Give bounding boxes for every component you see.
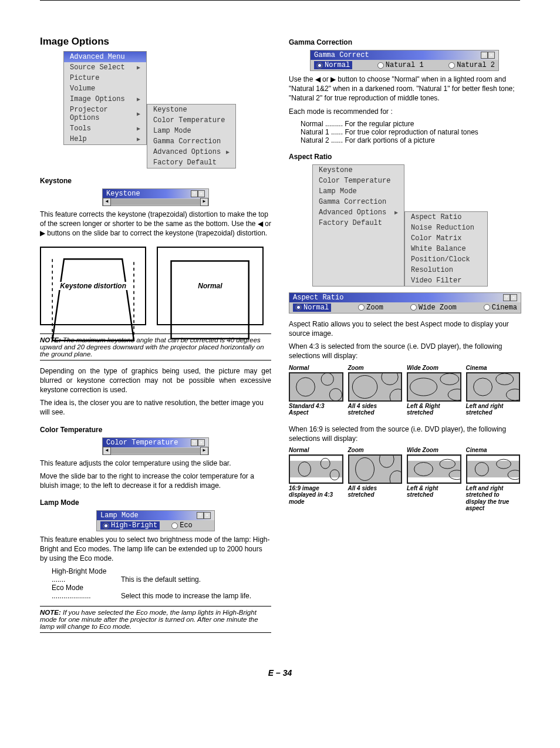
svg-rect-23 [408, 477, 460, 482]
menu-item[interactable]: Color Matrix [405, 233, 487, 244]
titlebar-buttons[interactable]: ?× [191, 190, 205, 197]
menu-item[interactable]: Keystone [313, 165, 404, 176]
svg-rect-28 [467, 477, 519, 482]
menu-item[interactable]: Projector Options▶ [64, 105, 146, 123]
titlebar-buttons[interactable]: ?× [481, 52, 495, 59]
radio-natural1[interactable]: Natural 1 [377, 61, 424, 69]
menu-item[interactable]: Noise Reduction [405, 223, 487, 233]
svg-point-3 [321, 373, 333, 385]
menu-item[interactable]: White Balance [405, 244, 487, 254]
svg-rect-27 [467, 456, 519, 461]
lamp-mode-list: High-Bright Mode .......This is the defa… [52, 567, 271, 600]
aspect-43-row: NormalStandard 4:3 Aspect ZoomAll 4 side… [289, 365, 520, 416]
menu-item[interactable]: Factory Default [313, 218, 404, 228]
menu-item[interactable]: Volume [64, 83, 146, 94]
radio-zoom[interactable]: Zoom [358, 304, 383, 312]
menu-item[interactable]: Resolution [405, 265, 487, 275]
submenu-item[interactable]: Gamma Correction [147, 136, 235, 147]
keystone-heading: Keystone [40, 177, 271, 185]
lamp-note: NOTE: If you have selected the Eco mode,… [40, 606, 271, 633]
menu-item[interactable]: Aspect Ratio [405, 212, 487, 223]
aspect-heading: Aspect Ratio [289, 153, 520, 161]
dialog-title: Keystone [106, 190, 140, 198]
aspect-169-row: Normal16:9 image displayed in 4:3 mode Z… [289, 447, 520, 512]
radio-eco[interactable]: Eco [171, 521, 193, 530]
lamp-heading: Lamp Mode [40, 498, 271, 507]
menu-item[interactable]: Tools▶ [64, 123, 146, 134]
svg-point-11 [473, 378, 492, 395]
radio-widezoom[interactable]: Wide Zoom [410, 304, 457, 312]
menu-item[interactable]: Video Filter [405, 275, 487, 286]
menu-item[interactable]: Lamp Mode [313, 186, 404, 197]
svg-point-16 [298, 461, 311, 476]
radio-natural2[interactable]: Natural 2 [448, 61, 495, 69]
keystone-p3: The idea is, the closer you are to nativ… [40, 398, 271, 417]
coltemp-heading: Color Temperature [40, 426, 271, 434]
keystone-dialog: Keystone?× ◀▶ [102, 188, 209, 206]
svg-point-19 [355, 457, 374, 480]
aspect-p2: When 4:3 is selected from the source (i.… [289, 342, 520, 360]
dialog-title: Lamp Mode [100, 511, 139, 520]
svg-point-2 [296, 378, 315, 396]
svg-point-20 [379, 456, 394, 467]
keystone-distortion-diagram: Keystone distortion [40, 247, 146, 325]
menu-item[interactable]: Gamma Correction [313, 197, 404, 207]
radio-normal[interactable]: Normal [293, 304, 331, 312]
submenu-item[interactable]: Factory Default [147, 157, 235, 168]
svg-point-24 [414, 462, 433, 476]
menu-item[interactable]: Advanced Options▶ [313, 207, 404, 218]
svg-rect-1 [171, 261, 249, 338]
svg-point-8 [410, 378, 437, 395]
advanced-menu-diagram: Advanced Menu Source Select▶ Picture Vol… [63, 51, 271, 169]
keystone-p2: Depending on the type of graphics being … [40, 366, 271, 395]
slider[interactable]: ◀▶ [103, 447, 208, 454]
section-title: Image Options [40, 36, 271, 48]
titlebar-buttons[interactable]: ?× [197, 512, 211, 519]
svg-rect-14 [290, 456, 342, 461]
svg-point-29 [475, 462, 488, 476]
gamma-desc2: Each mode is recommended for : [289, 107, 520, 116]
svg-point-7 [390, 389, 401, 400]
svg-point-13 [506, 389, 519, 400]
svg-point-10 [448, 389, 460, 400]
coltemp-desc: This feature adjusts the color temperatu… [40, 459, 271, 468]
menu-item[interactable]: Position/Clock [405, 254, 487, 265]
radio-cinema[interactable]: Cinema [484, 304, 517, 312]
keystone-normal-diagram: Normal [157, 247, 263, 325]
titlebar-buttons[interactable]: ?× [191, 439, 205, 446]
gamma-desc: Use the ◀ or ▶ button to choose "Normal"… [289, 75, 520, 103]
dialog-title: Color Temperature [106, 439, 178, 447]
lamp-desc: This feature enables you to select two b… [40, 535, 271, 564]
menu-item[interactable]: Help▶ [64, 134, 146, 144]
coltemp-p2: Move the slide bar to the right to incre… [40, 471, 271, 490]
svg-point-6 [381, 373, 397, 385]
keystone-desc: This feature corrects the keystone (trap… [40, 210, 271, 238]
menu-item[interactable]: Picture [64, 73, 146, 83]
dialog-title: Gamma Correct [314, 51, 369, 59]
page-number: E – 34 [0, 668, 560, 678]
aspect-dialog: Aspect Ratio?× Normal Zoom Wide Zoom Cin… [289, 292, 521, 314]
svg-marker-0 [52, 259, 134, 341]
gamma-mode-list: Normal ......... For the regular picture… [301, 120, 520, 144]
submenu-item[interactable]: Advanced Options▶ [147, 147, 235, 157]
svg-point-4 [329, 388, 342, 400]
submenu-item[interactable]: Lamp Mode [147, 126, 235, 136]
titlebar-buttons[interactable]: ?× [503, 294, 517, 301]
gamma-dialog: Gamma Correct?× Normal Natural 1 Natural… [310, 50, 499, 71]
menu-item[interactable]: Advanced Menu [64, 52, 146, 62]
radio-normal[interactable]: Normal [314, 61, 352, 69]
aspect-p1: Aspect Ratio allows you to select the be… [289, 319, 520, 338]
dialog-title: Aspect Ratio [293, 294, 343, 302]
svg-point-9 [440, 373, 459, 385]
submenu-item[interactable]: Keystone [147, 105, 235, 115]
aspect-menu-diagram: Keystone Color Temperature Lamp Mode Gam… [312, 164, 520, 287]
gamma-heading: Gamma Correction [289, 38, 520, 46]
lamp-dialog: Lamp Mode?× High-Bright Eco [96, 510, 215, 531]
svg-point-5 [352, 375, 377, 398]
radio-high-bright[interactable]: High-Bright [100, 521, 160, 530]
menu-item[interactable]: Color Temperature [313, 176, 404, 186]
menu-item[interactable]: Source Select▶ [64, 62, 146, 73]
menu-item[interactable]: Image Options▶ [64, 94, 146, 105]
slider[interactable]: ◀▶ [103, 198, 208, 205]
submenu-item[interactable]: Color Temperature [147, 115, 235, 126]
